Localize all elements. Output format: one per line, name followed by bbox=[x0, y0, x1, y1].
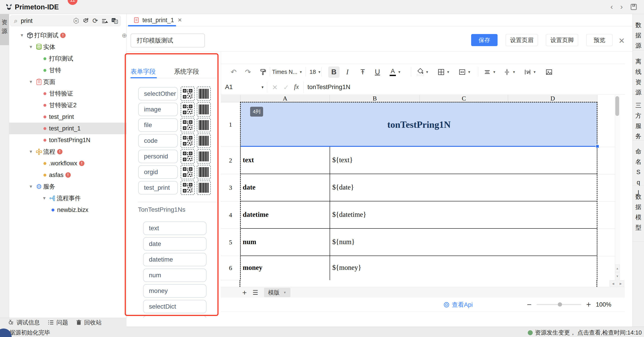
tree-item-页面[interactable]: ▼页面 bbox=[9, 76, 144, 88]
sidebar-tab-resources[interactable]: 资源 bbox=[0, 14, 9, 45]
spreadsheet-canvas[interactable]: ABCD12text${text}3date${date}4datetime${… bbox=[221, 95, 625, 280]
qrcode-icon[interactable] bbox=[181, 118, 194, 132]
sheet-tab-template[interactable]: 模版 ▼ bbox=[264, 288, 290, 297]
barcode-icon[interactable] bbox=[197, 102, 211, 117]
field-button-file[interactable]: file bbox=[138, 118, 178, 132]
expand-arrow-icon[interactable]: ▼ bbox=[27, 149, 35, 154]
scroll-right-icon[interactable]: ▶ bbox=[617, 280, 624, 287]
header-button-设置页脚[interactable]: 设置页脚 bbox=[546, 34, 578, 46]
field-button-selectOther[interactable]: selectOther bbox=[138, 87, 178, 100]
redo-icon[interactable]: ↷ bbox=[245, 64, 251, 80]
undo-icon[interactable]: ↶ bbox=[231, 64, 237, 80]
cancel-icon[interactable]: ✕ bbox=[272, 83, 278, 91]
selection-fill-handle[interactable] bbox=[596, 145, 599, 148]
crosshair-icon[interactable]: ⊕ bbox=[122, 32, 127, 39]
save-icon[interactable] bbox=[630, 3, 638, 11]
refresh-icon[interactable]: ⟳ bbox=[92, 17, 98, 24]
header-button-预览[interactable]: 预览 bbox=[586, 34, 613, 46]
row-header-6[interactable]: 6 bbox=[221, 256, 240, 280]
barcode-icon[interactable] bbox=[197, 118, 211, 132]
barcode-icon[interactable] bbox=[197, 165, 211, 179]
confirm-icon[interactable]: ✓ bbox=[283, 83, 289, 91]
qrcode-icon[interactable] bbox=[181, 165, 194, 179]
font-color-icon[interactable]: A▼ bbox=[390, 64, 401, 80]
qrcode-icon[interactable] bbox=[181, 149, 194, 164]
add-sheet-icon[interactable]: + bbox=[242, 288, 247, 297]
sub-field-button-partial[interactable] bbox=[143, 316, 206, 318]
cell-a4[interactable]: datetime bbox=[243, 211, 268, 219]
column-header-A[interactable]: A bbox=[240, 95, 330, 102]
barcode-icon[interactable] bbox=[197, 134, 211, 148]
strikethrough-icon[interactable]: Ŧ bbox=[360, 64, 365, 80]
cell-a3[interactable]: date bbox=[243, 183, 256, 191]
function-icon[interactable]: fx bbox=[294, 83, 299, 90]
zoom-slider[interactable] bbox=[536, 304, 581, 305]
tree-item-打印测试[interactable]: ▼打印测试!⊕ bbox=[9, 29, 136, 41]
right-strip-item-命名Sql[interactable]: 命名Sql bbox=[632, 141, 644, 186]
row-header-4[interactable]: 4 bbox=[221, 201, 240, 229]
expand-arrow-icon[interactable]: ▼ bbox=[27, 184, 35, 189]
underline-icon[interactable]: U bbox=[375, 64, 380, 80]
panel-button-回收站[interactable]: 回收站 bbox=[76, 319, 102, 327]
new-model-icon[interactable] bbox=[83, 17, 89, 24]
text-wrap-icon[interactable]: ▼ bbox=[524, 64, 536, 80]
bold-icon[interactable]: B bbox=[328, 64, 340, 80]
right-strip-item-离线资源[interactable]: 离线资源 bbox=[632, 50, 644, 94]
sheet-list-icon[interactable]: ☰ bbox=[252, 289, 258, 296]
vertical-scrollbar[interactable] bbox=[615, 95, 620, 280]
tree-item-实体[interactable]: ▼实体 bbox=[9, 41, 144, 53]
barcode-icon[interactable] bbox=[197, 87, 211, 101]
row-header-1[interactable]: 1 bbox=[221, 102, 240, 147]
qrcode-icon[interactable] bbox=[181, 181, 194, 195]
sub-field-button-money[interactable]: money bbox=[143, 284, 206, 298]
barcode-icon[interactable] bbox=[197, 149, 211, 164]
tree-item-服务[interactable]: ▼⚙服务 bbox=[9, 181, 144, 192]
insert-image-icon[interactable] bbox=[546, 64, 553, 80]
cell-a6[interactable]: money bbox=[243, 264, 262, 272]
tab-form-fields[interactable]: 表单字段 bbox=[130, 67, 156, 76]
column-header-C[interactable]: C bbox=[420, 95, 508, 102]
sub-field-button-text[interactable]: text bbox=[143, 222, 206, 235]
horizontal-scrollbar[interactable] bbox=[221, 280, 625, 287]
cell-b3[interactable]: ${date} bbox=[332, 183, 354, 191]
cell-a2[interactable]: text bbox=[243, 156, 254, 164]
row-header-3[interactable]: 3 bbox=[221, 174, 240, 201]
field-button-code[interactable]: code bbox=[138, 134, 178, 147]
translate-icon[interactable]: En文 bbox=[111, 17, 118, 24]
sub-field-button-num[interactable]: num bbox=[143, 269, 206, 282]
ai-icon[interactable]: AI bbox=[73, 17, 80, 24]
cell-reference-box[interactable]: A1 bbox=[225, 83, 233, 91]
right-strip-item-三方服务[interactable]: 三方服务 bbox=[632, 94, 644, 141]
tree-item-流程[interactable]: ▼流程! bbox=[9, 146, 144, 158]
scroll-up-icon[interactable]: ▲ bbox=[615, 265, 620, 272]
sub-field-button-datetime[interactable]: datetime bbox=[143, 253, 206, 266]
cell-a5[interactable]: num bbox=[243, 238, 256, 246]
header-button-设置页眉[interactable]: 设置页眉 bbox=[506, 34, 538, 46]
back-icon[interactable]: ‹ bbox=[610, 2, 613, 11]
expand-arrow-icon[interactable]: ▼ bbox=[27, 44, 35, 49]
vertical-align-icon[interactable]: ▼ bbox=[504, 64, 516, 80]
merged-cell-a1-d1[interactable]: tonTestPring1N bbox=[240, 102, 598, 147]
qrcode-icon[interactable] bbox=[181, 134, 194, 148]
tab-system-fields[interactable]: 系统字段 bbox=[174, 67, 199, 76]
qrcode-icon[interactable] bbox=[181, 102, 194, 117]
column-header-D[interactable]: D bbox=[508, 95, 598, 102]
sheet-corner-cell[interactable] bbox=[221, 95, 240, 102]
cell-b6[interactable]: ${money} bbox=[332, 264, 362, 272]
merge-cells-icon[interactable]: ▼ bbox=[458, 64, 471, 80]
zoom-slider-thumb[interactable] bbox=[558, 302, 562, 307]
right-strip-item-数据源[interactable]: 数据源 bbox=[632, 14, 644, 50]
field-button-image[interactable]: image bbox=[138, 103, 178, 116]
borders-icon[interactable]: ▼ bbox=[438, 64, 450, 80]
size-select-icon[interactable]: 18▼ bbox=[308, 64, 322, 80]
expand-arrow-icon[interactable]: ▼ bbox=[18, 33, 26, 38]
tab-close-icon[interactable]: ✕ bbox=[178, 17, 182, 23]
expand-arrow-icon[interactable]: ▼ bbox=[27, 79, 35, 84]
vscroll-thumb[interactable] bbox=[615, 96, 619, 116]
cell-b2[interactable]: ${text} bbox=[332, 156, 353, 164]
status-right[interactable]: 资源发生变更， 点击查看,检查时间:14:10 bbox=[528, 329, 642, 337]
field-button-orgid[interactable]: orgid bbox=[138, 165, 178, 179]
panel-button-调试信息[interactable]: 调试信息 bbox=[8, 319, 40, 327]
zoom-in-icon[interactable]: + bbox=[586, 300, 591, 309]
font-select-icon[interactable]: Times N...▼ bbox=[272, 64, 303, 80]
